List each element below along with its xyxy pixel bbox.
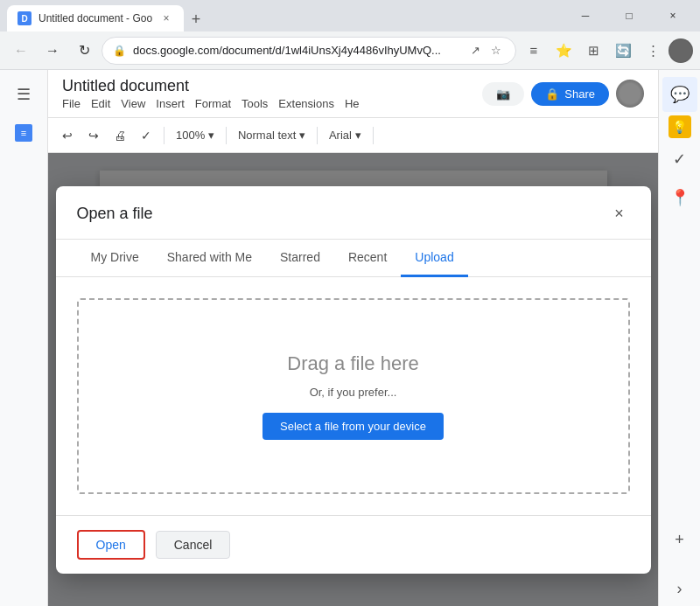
- modal-overlay: Open a file × My Drive Shared with Me St…: [48, 153, 658, 606]
- doc-content: Untitled document File Edit View Insert …: [48, 70, 658, 606]
- menu-file[interactable]: File: [62, 97, 80, 110]
- back-button[interactable]: ←: [7, 37, 35, 65]
- nav-bar: ← → ↻ 🔒 docs.google.com/document/d/1wl4i…: [0, 31, 700, 70]
- toolbar-separator-1: [164, 127, 164, 144]
- tab-my-drive[interactable]: My Drive: [77, 240, 153, 277]
- dialog-close-button[interactable]: ×: [609, 204, 630, 225]
- doc-background: Open a file × My Drive Shared with Me St…: [48, 153, 658, 606]
- toolbar-separator-2: [226, 127, 227, 144]
- minimize-button[interactable]: ─: [565, 2, 606, 30]
- menu-tools[interactable]: Tools: [242, 97, 268, 110]
- style-selector[interactable]: Normal text ▾: [232, 126, 312, 144]
- doc-user-avatar[interactable]: [616, 80, 644, 108]
- cancel-button[interactable]: Cancel: [156, 531, 231, 559]
- open-button[interactable]: Open: [77, 530, 145, 560]
- reload-button[interactable]: ↻: [70, 37, 98, 65]
- doc-toolbar: ↩ ↪ 🖨 ✓ 100% ▾ Normal text ▾ Arial ▾: [48, 118, 658, 153]
- menu-format[interactable]: Format: [195, 97, 231, 110]
- redo-icon[interactable]: ↪: [81, 123, 106, 148]
- close-window-button[interactable]: ×: [653, 2, 693, 30]
- right-panel-tasks-icon[interactable]: ✓: [662, 142, 697, 177]
- sidebar-menu-icon[interactable]: ☰: [6, 77, 41, 112]
- window-controls: ─ □ ×: [565, 2, 693, 30]
- menu-view[interactable]: View: [121, 97, 145, 110]
- address-text: docs.google.com/document/d/1wl4iUnsXj4y4…: [133, 44, 459, 57]
- keep-icon: 💡: [672, 120, 687, 134]
- new-tab-button[interactable]: +: [184, 7, 208, 31]
- dialog-tabs: My Drive Shared with Me Starred Recent U…: [56, 240, 651, 277]
- doc-title-area: Untitled document File Edit View Insert …: [62, 77, 360, 110]
- tab-close-button[interactable]: ×: [159, 11, 173, 25]
- toolbar-separator-4: [373, 127, 374, 144]
- dialog-header: Open a file ×: [56, 186, 651, 240]
- tab-title: Untitled document - Goo: [38, 12, 152, 24]
- doc-header: Untitled document File Edit View Insert …: [48, 70, 658, 118]
- drop-sub-text: Or, if you prefer...: [310, 386, 397, 399]
- active-tab[interactable]: D Untitled document - Goo ×: [7, 5, 184, 31]
- tab-recent[interactable]: Recent: [334, 240, 401, 277]
- address-bar[interactable]: 🔒 docs.google.com/document/d/1wl4iUnsXj4…: [102, 37, 516, 65]
- forward-button[interactable]: →: [38, 37, 66, 65]
- bookmark-icon[interactable]: ☆: [487, 42, 505, 59]
- right-panel: 💬 💡 ✓ 📍 + ›: [658, 70, 700, 606]
- right-panel-expand-icon[interactable]: ›: [662, 571, 697, 606]
- tab-area: D Untitled document - Goo × +: [7, 0, 565, 31]
- spell-check-icon[interactable]: ✓: [134, 123, 158, 148]
- menu-extensions[interactable]: Extensions: [278, 97, 334, 110]
- lock-icon: 🔒: [113, 45, 126, 57]
- doc-area: ☰ ≡ Untitled document File Edit View Ins…: [0, 70, 700, 606]
- title-bar: D Untitled document - Goo × + ─ □ ×: [0, 0, 700, 31]
- tab-starred[interactable]: Starred: [266, 240, 334, 277]
- select-file-button[interactable]: Select a file from your device: [262, 413, 444, 440]
- drop-main-text: Drag a file here: [287, 352, 418, 375]
- left-sidebar: ☰ ≡: [0, 70, 48, 606]
- tab-favicon: D: [18, 11, 32, 25]
- extension-icon-2[interactable]: ⭐: [550, 37, 578, 65]
- maximize-button[interactable]: □: [609, 2, 649, 30]
- address-icons: ↗ ☆: [466, 42, 505, 59]
- drop-zone[interactable]: Drag a file here Or, if you prefer... Se…: [77, 298, 630, 494]
- print-icon[interactable]: 🖨: [108, 123, 132, 148]
- undo-icon[interactable]: ↩: [55, 123, 80, 148]
- toolbar-separator-3: [317, 127, 318, 144]
- zoom-selector[interactable]: 100% ▾: [170, 126, 220, 144]
- more-menu-icon[interactable]: ⋮: [639, 37, 667, 65]
- google-docs-icon: ≡: [15, 124, 32, 142]
- share-page-icon[interactable]: ↗: [466, 42, 484, 59]
- menu-edit[interactable]: Edit: [91, 97, 110, 110]
- extension-icon-3[interactable]: ⊞: [579, 37, 607, 65]
- extension-icon-4[interactable]: 🔄: [609, 37, 637, 65]
- dialog-title: Open a file: [77, 205, 153, 223]
- dialog-body: Drag a file here Or, if you prefer... Se…: [56, 277, 651, 515]
- header-actions: 📷 🔒 Share: [482, 80, 644, 108]
- meeting-button[interactable]: 📷: [482, 82, 524, 106]
- share-button[interactable]: 🔒 Share: [531, 82, 609, 106]
- right-panel-chat-icon[interactable]: 💬: [662, 77, 697, 112]
- share-lock-icon: 🔒: [545, 87, 559, 101]
- doc-title[interactable]: Untitled document: [62, 77, 360, 95]
- menu-insert[interactable]: Insert: [156, 97, 185, 110]
- right-panel-keep-icon[interactable]: 💡: [668, 115, 691, 138]
- font-selector[interactable]: Arial ▾: [323, 126, 368, 144]
- menu-help[interactable]: He: [345, 97, 360, 110]
- sidebar-doc-icon[interactable]: ≡: [6, 115, 41, 150]
- doc-menu: File Edit View Insert Format Tools Exten…: [62, 97, 360, 110]
- dialog-footer: Open Cancel: [56, 515, 651, 574]
- open-file-dialog: Open a file × My Drive Shared with Me St…: [56, 186, 651, 574]
- extension-icon-1[interactable]: ≡: [520, 37, 548, 65]
- tab-shared-with-me[interactable]: Shared with Me: [153, 240, 266, 277]
- camera-icon: 📷: [496, 87, 510, 101]
- right-panel-add-icon[interactable]: +: [662, 522, 697, 557]
- user-avatar[interactable]: [668, 38, 693, 63]
- right-panel-maps-icon[interactable]: 📍: [662, 180, 697, 215]
- toolbar-right: ≡ ⭐ ⊞ 🔄 ⋮: [520, 37, 693, 65]
- tab-upload[interactable]: Upload: [401, 240, 467, 277]
